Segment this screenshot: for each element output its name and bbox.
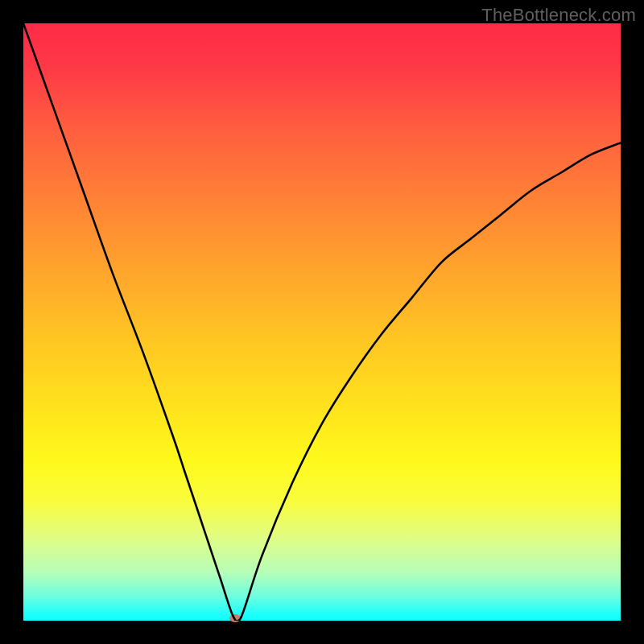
watermark-text: TheBottleneck.com: [481, 5, 636, 26]
bottleneck-curve: [23, 23, 621, 621]
chart-plot-area: [23, 23, 621, 621]
curve-path: [23, 23, 621, 621]
